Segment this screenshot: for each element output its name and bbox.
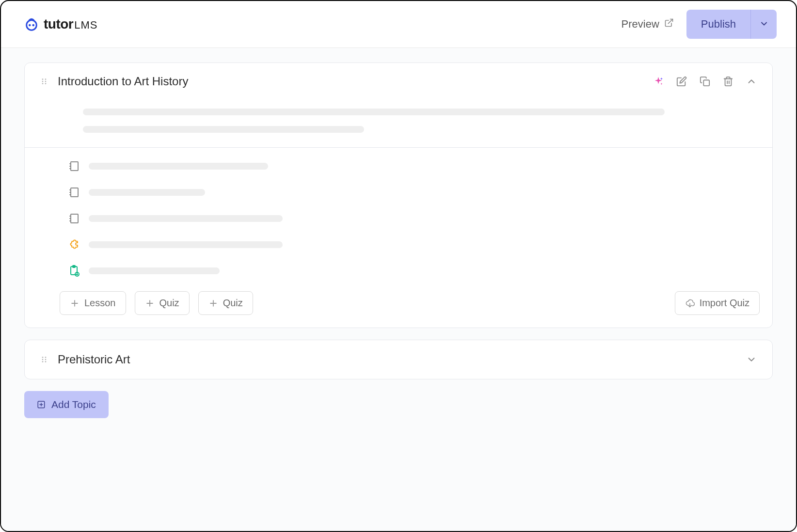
- list-item[interactable]: [68, 160, 758, 172]
- svg-rect-13: [71, 162, 78, 171]
- svg-point-38: [42, 361, 44, 362]
- svg-point-35: [45, 357, 47, 358]
- svg-point-6: [42, 81, 44, 82]
- topic-header: Introduction to Art History: [25, 63, 772, 100]
- add-quiz-label-2: Quiz: [223, 297, 243, 309]
- topic-description-placeholder: [25, 100, 772, 147]
- svg-point-8: [42, 83, 44, 84]
- svg-point-2: [32, 24, 35, 27]
- puzzle-icon: [68, 239, 80, 250]
- skeleton-line: [89, 267, 220, 274]
- trash-icon[interactable]: [722, 75, 734, 88]
- topic-card: Prehistoric Art: [24, 340, 773, 379]
- content-area: Introduction to Art History: [1, 48, 796, 531]
- add-topic-label: Add Topic: [51, 399, 96, 410]
- preview-label: Preview: [622, 18, 659, 31]
- skeleton-line: [83, 126, 364, 133]
- list-item[interactable]: [68, 239, 758, 250]
- topic-card: Introduction to Art History: [24, 63, 773, 328]
- add-lesson-button[interactable]: Lesson: [60, 291, 126, 315]
- svg-point-36: [42, 359, 44, 360]
- svg-rect-17: [71, 188, 78, 197]
- edit-icon[interactable]: [675, 75, 688, 88]
- svg-point-34: [42, 357, 44, 358]
- drag-handle-icon[interactable]: [39, 77, 49, 86]
- svg-point-9: [45, 83, 47, 84]
- ai-sparkle-icon[interactable]: [652, 75, 665, 88]
- app-header: tutorLMS Preview Publish: [1, 1, 796, 48]
- svg-point-0: [27, 20, 37, 31]
- brand-logo-icon: [24, 17, 39, 31]
- chevron-up-icon[interactable]: [745, 75, 758, 88]
- svg-point-5: [45, 78, 47, 80]
- svg-point-39: [45, 361, 47, 362]
- topic-header[interactable]: Prehistoric Art: [25, 340, 772, 379]
- svg-rect-10: [703, 80, 709, 86]
- brand: tutorLMS: [24, 16, 98, 32]
- svg-point-4: [42, 78, 44, 80]
- list-item[interactable]: [68, 213, 758, 224]
- svg-rect-21: [71, 214, 78, 223]
- add-quiz-label: Quiz: [159, 297, 179, 309]
- list-item[interactable]: [68, 265, 758, 277]
- publish-button[interactable]: Publish: [686, 10, 750, 39]
- lesson-icon: [68, 160, 80, 172]
- topic-title: Prehistoric Art: [58, 353, 745, 366]
- skeleton-line: [89, 215, 283, 222]
- svg-point-37: [45, 359, 47, 360]
- add-lesson-label: Lesson: [84, 297, 116, 309]
- topic-actions: [652, 75, 758, 88]
- chevron-down-icon[interactable]: [745, 353, 758, 366]
- preview-button[interactable]: Preview: [622, 18, 674, 31]
- list-item[interactable]: [68, 187, 758, 198]
- topic-actions: [745, 353, 758, 366]
- header-actions: Preview Publish: [622, 10, 777, 39]
- svg-line-3: [668, 19, 672, 24]
- publish-group: Publish: [686, 10, 777, 39]
- lesson-icon: [68, 187, 80, 198]
- add-quiz-button-2[interactable]: Quiz: [198, 291, 253, 315]
- skeleton-line: [83, 109, 665, 115]
- svg-point-1: [29, 24, 31, 27]
- topic-actions-bar: Lesson Quiz Quiz Import Quiz: [25, 282, 772, 328]
- brand-text: tutorLMS: [44, 16, 98, 32]
- external-link-icon: [664, 18, 674, 31]
- skeleton-line: [89, 163, 268, 170]
- import-quiz-label: Import Quiz: [700, 297, 749, 309]
- copy-icon[interactable]: [699, 75, 711, 88]
- lesson-icon: [68, 213, 80, 224]
- topic-items: [25, 147, 772, 282]
- assignment-icon: [68, 265, 80, 277]
- app-window: tutorLMS Preview Publish: [0, 0, 797, 532]
- skeleton-line: [89, 241, 283, 248]
- topic-title: Introduction to Art History: [58, 75, 652, 88]
- brand-name: tutor: [44, 16, 73, 31]
- add-topic-button[interactable]: Add Topic: [24, 391, 109, 418]
- svg-point-7: [45, 81, 47, 82]
- skeleton-line: [89, 189, 205, 196]
- drag-handle-icon[interactable]: [39, 355, 49, 364]
- import-quiz-button[interactable]: Import Quiz: [675, 291, 760, 315]
- add-quiz-button[interactable]: Quiz: [135, 291, 190, 315]
- publish-dropdown-button[interactable]: [750, 10, 777, 39]
- brand-suffix: LMS: [74, 19, 97, 31]
- chevron-down-icon: [759, 19, 769, 30]
